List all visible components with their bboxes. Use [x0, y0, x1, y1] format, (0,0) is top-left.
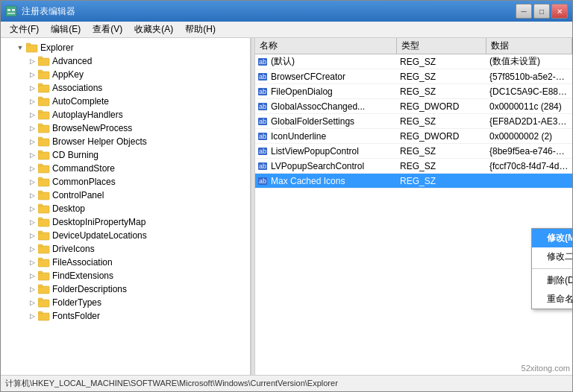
tree-node-autoplayhandlers[interactable]: ▷ AutoplayHandlers — [1, 108, 250, 121]
svg-rect-32 — [38, 233, 49, 240]
folder-icon — [38, 271, 50, 281]
svg-rect-31 — [38, 218, 43, 220]
tree-node-fontsfolder[interactable]: ▷ FontsFolder — [1, 309, 250, 323]
cell-data: 0x0000011c (284) — [486, 101, 572, 112]
folder-icon — [38, 203, 50, 214]
tree-node-associations[interactable]: ▷ Associations — [1, 81, 250, 95]
titlebar: 注册表编辑器 ─ □ ✕ — [1, 1, 572, 22]
tree-node-browsenewprocess[interactable]: ▷ BrowseNewProcess — [1, 121, 250, 135]
table-row[interactable]: ab BrowserCFCreator REG_SZ {57f8510b-a5e… — [255, 69, 572, 84]
cell-data: (数值未设置) — [486, 55, 572, 68]
svg-rect-39 — [38, 271, 43, 274]
tree-node-desktopiniproperty[interactable]: ▷ DesktopIniPropertyMap — [1, 215, 250, 229]
tree-label: AutoplayHandlers — [52, 110, 123, 120]
menu-view[interactable]: 查看(V) — [87, 22, 128, 37]
expand-icon: ▷ — [28, 312, 37, 320]
menu-help[interactable]: 帮助(H) — [179, 22, 222, 37]
window-controls: ─ □ ✕ — [516, 4, 568, 19]
svg-rect-4 — [26, 45, 37, 52]
tree-node-driveicons[interactable]: ▷ DriveIcons — [1, 242, 250, 256]
table-row-selected[interactable]: ab Max Cached Icons REG_SZ — [255, 174, 572, 189]
close-button[interactable]: ✕ — [551, 4, 568, 19]
expand-icon: ▷ — [28, 258, 37, 267]
expand-icon: ▷ — [28, 231, 37, 240]
tree-label: BrowseNewProcess — [52, 123, 132, 133]
tree-label: CD Burning — [52, 150, 98, 160]
tree-node-controlpanel[interactable]: ▷ ControlPanel — [1, 189, 250, 202]
svg-rect-40 — [38, 286, 49, 294]
svg-rect-15 — [38, 110, 43, 113]
tree-node-folderdescriptions[interactable]: ▷ FolderDescriptions — [1, 282, 250, 296]
tree-node-foldertypes[interactable]: ▷ FolderTypes — [1, 296, 250, 309]
table-row[interactable]: ab FileOpenDialog REG_SZ {DC1C5A9C-E88A-… — [255, 84, 572, 99]
cell-name: ab GlobalAssocChanged... — [255, 101, 397, 112]
table-row[interactable]: ab GlobalFolderSettings REG_SZ {EF8AD2D1… — [255, 114, 572, 129]
maximize-button[interactable]: □ — [533, 4, 550, 19]
table-row[interactable]: ab ListViewPopupControl REG_SZ {8be9f5ea… — [255, 144, 572, 159]
cell-type: REG_DWORD — [397, 131, 486, 142]
reg-type-icon: ab — [258, 73, 267, 80]
folder-icon — [38, 83, 50, 93]
context-menu-rename[interactable]: 重命名(R) — [532, 290, 572, 309]
tree-node-commandstore[interactable]: ▷ CommandStore — [1, 162, 250, 175]
svg-rect-37 — [38, 258, 43, 260]
tree-label: AppKey — [52, 69, 84, 80]
folder-icon — [38, 136, 50, 147]
table-row[interactable]: ab IconUnderline REG_DWORD 0x00000002 (2… — [255, 129, 572, 144]
tree-label: Associations — [52, 83, 102, 93]
menu-favorites[interactable]: 收藏夹(A) — [128, 22, 179, 37]
reg-type-icon: ab — [258, 58, 267, 66]
tree-node-fileassociation[interactable]: ▷ FileAssociation — [1, 256, 250, 269]
svg-rect-45 — [38, 312, 43, 314]
registry-table[interactable]: ab (默认) REG_SZ (数值未设置) ab BrowserCFCreat… — [255, 54, 572, 375]
table-row[interactable]: ab GlobalAssocChanged... REG_DWORD 0x000… — [255, 99, 572, 114]
context-menu-delete[interactable]: 删除(D) — [532, 271, 572, 290]
context-menu: 修改(M)... 修改二进制数据(B)... 删除(D) 重命名(R) — [531, 228, 572, 309]
tree-panel[interactable]: ▼ Explorer ▷ Advanced ▷ AppKey — [1, 38, 251, 375]
cell-name: ab Max Cached Icons — [255, 176, 397, 186]
folder-icon — [38, 190, 50, 200]
svg-rect-35 — [38, 244, 43, 247]
tree-node-desktop[interactable]: ▷ Desktop — [1, 202, 250, 215]
context-menu-modify-binary[interactable]: 修改二进制数据(B)... — [532, 247, 572, 266]
menu-edit[interactable]: 编辑(E) — [45, 22, 87, 37]
expand-icon: ▷ — [28, 298, 37, 307]
tree-node-bho[interactable]: ▷ Browser Helper Objects — [1, 135, 250, 148]
folder-icon — [38, 96, 50, 107]
cell-data: {57f8510b-a5e2-41da — [486, 72, 572, 82]
svg-rect-44 — [38, 313, 49, 320]
tree-node-cdburning[interactable]: ▷ CD Burning — [1, 148, 250, 162]
col-header-type: 类型 — [397, 38, 486, 54]
svg-rect-10 — [38, 85, 49, 92]
tree-label: FolderTypes — [52, 297, 101, 308]
tree-node-autocomplete[interactable]: ▷ AutoComplete — [1, 95, 250, 108]
tree-node-commonplaces[interactable]: ▷ CommonPlaces — [1, 175, 250, 189]
context-menu-modify[interactable]: 修改(M)... — [532, 229, 572, 247]
cell-data: {DC1C5A9C-E88A-4dc — [486, 86, 572, 97]
tree-node-findextensions[interactable]: ▷ FindExtensions — [1, 269, 250, 282]
folder-icon — [38, 150, 50, 160]
main-window: 注册表编辑器 ─ □ ✕ 文件(F) 编辑(E) 查看(V) 收藏夹(A) 帮助… — [0, 0, 573, 392]
table-row[interactable]: ab LVPopupSearchControl REG_SZ {fccf70c8… — [255, 159, 572, 174]
tree-node-advanced[interactable]: ▷ Advanced — [1, 54, 250, 68]
cell-name: ab GlobalFolderSettings — [255, 116, 397, 127]
tree-node-explorer[interactable]: ▼ Explorer — [1, 41, 250, 54]
tree-label: DriveIcons — [52, 244, 95, 254]
cell-name: ab BrowserCFCreator — [255, 72, 397, 82]
folder-icon — [38, 257, 50, 268]
tree-label: Explorer — [40, 42, 74, 53]
svg-rect-42 — [38, 300, 49, 307]
tree-node-deviceupdate[interactable]: ▷ DeviceUpdateLocations — [1, 229, 250, 242]
tree-label: AutoComplete — [52, 96, 109, 107]
tree-node-appkey[interactable]: ▷ AppKey — [1, 68, 250, 81]
minimize-button[interactable]: ─ — [516, 4, 532, 19]
svg-rect-11 — [38, 83, 43, 86]
folder-icon — [38, 56, 50, 66]
cell-data: 0x00000002 (2) — [486, 131, 572, 142]
svg-rect-19 — [38, 137, 43, 139]
table-row[interactable]: ab (默认) REG_SZ (数值未设置) — [255, 54, 572, 69]
window-title: 注册表编辑器 — [22, 5, 516, 18]
svg-rect-26 — [38, 192, 49, 200]
svg-rect-14 — [38, 112, 49, 119]
menu-file[interactable]: 文件(F) — [4, 22, 45, 37]
